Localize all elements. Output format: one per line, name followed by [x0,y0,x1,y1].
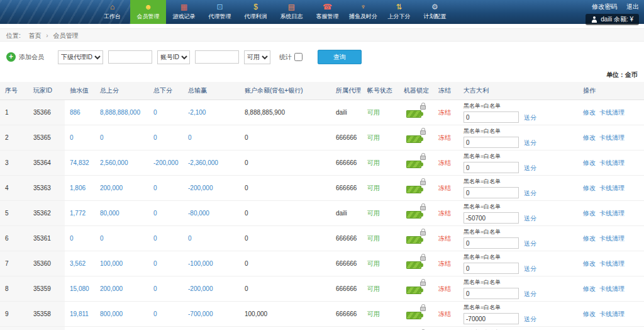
freeze-link[interactable]: 冻结 [438,285,451,292]
account-balance: 0 [240,251,331,276]
points-input[interactable] [464,137,519,148]
edit-link[interactable]: 修改 [583,109,596,116]
unlock-icon [420,130,426,135]
total-points-down: 0 [148,176,183,201]
account-id-input[interactable] [195,50,239,64]
add-member-button[interactable]: + 添加会员 [6,52,44,62]
machine-lock-icon[interactable] [406,261,421,269]
nav-item-members[interactable]: ☻会员管理 [130,0,166,24]
send-points-link[interactable]: 送分 [524,240,536,247]
clear-line-link[interactable]: 卡线清理 [599,109,625,116]
account-filter-select[interactable]: 账号ID [157,50,190,64]
edit-link[interactable]: 修改 [583,310,596,317]
freeze-link[interactable]: 冻结 [438,134,451,141]
nav-item-workbench[interactable]: ⌂工作台 [94,0,130,24]
change-password-link[interactable]: 修改密码 [592,3,617,10]
machine-lock-icon[interactable] [406,110,421,118]
machine-lock-icon[interactable] [406,236,421,244]
agent-name: 666666 [331,151,362,176]
row-index: 4 [0,176,28,201]
total-winloss: -200,000 [183,176,240,201]
agent-id-input[interactable] [108,50,152,64]
actions-cell: 修改卡线清理 [578,327,644,330]
total-winloss: -2,360,000 [183,151,240,176]
player-id: 35363 [28,176,65,201]
nav-item-game-records[interactable]: ▦游戏记录 [166,0,202,24]
points-input[interactable] [464,212,519,224]
clear-line-link[interactable]: 卡线清理 [599,159,625,166]
row-index: 6 [0,226,28,251]
machine-lock-icon[interactable] [406,312,421,319]
machine-lock-icon[interactable] [406,135,421,143]
clear-line-link[interactable]: 卡线清理 [599,134,625,141]
freeze-link[interactable]: 冻结 [438,159,451,166]
account-status: 可用 [362,201,399,226]
clear-line-link[interactable]: 卡线清理 [599,210,625,217]
send-points-link[interactable]: 送分 [524,290,536,297]
status-filter-select[interactable]: 可用 [244,50,270,64]
machine-lock-icon[interactable] [406,186,421,193]
agent-filter-select[interactable]: 下级代理ID [58,50,103,64]
actions-cell: 修改卡线清理 [578,201,644,226]
send-points-link[interactable]: 送分 [524,139,536,146]
unlock-icon [420,105,426,110]
edit-link[interactable]: 修改 [583,159,596,166]
account-balance-badge[interactable]: daili 余额: ¥ [586,14,639,25]
edit-link[interactable]: 修改 [583,285,596,292]
send-points-link[interactable]: 送分 [524,316,536,322]
machine-lock-icon[interactable] [406,211,421,219]
freeze-link[interactable]: 冻结 [438,109,451,116]
row-index: 7 [0,251,28,276]
send-points-link[interactable]: 送分 [524,190,536,196]
edit-link[interactable]: 修改 [583,260,596,267]
search-button[interactable]: 查询 [318,50,362,64]
agent-name: 666666 [331,125,362,151]
table-row: 63536100000666666可用冻结黑名单=白名单送分修改卡线清理 [0,226,644,251]
points-input[interactable] [464,313,519,324]
machine-lock-icon[interactable] [406,161,421,168]
nav-item-points-updown[interactable]: ⇅上分下分 [381,0,417,24]
clear-line-link[interactable]: 卡线清理 [599,260,625,267]
edit-link[interactable]: 修改 [583,185,596,191]
edit-link[interactable]: 修改 [583,235,596,242]
clear-line-link[interactable]: 卡线清理 [599,235,625,242]
points-input[interactable] [464,162,519,173]
send-points-link[interactable]: 送分 [524,215,536,222]
plus-icon: + [6,52,16,62]
send-points-link[interactable]: 送分 [524,265,536,272]
freeze-link[interactable]: 冻结 [438,235,451,242]
column-header: 所属代理 [331,82,362,100]
nav-item-agent-mgmt[interactable]: ⊡代理管理 [202,0,238,24]
edit-link[interactable]: 修改 [583,134,596,141]
breadcrumb-home-link[interactable]: 首页 [29,32,42,39]
points-input[interactable] [464,187,519,198]
nav-item-agent-profit[interactable]: $代理利润 [238,0,274,24]
clear-line-link[interactable]: 卡线清理 [599,285,625,292]
points-input[interactable] [464,288,519,299]
freeze-link[interactable]: 冻结 [438,260,451,267]
points-input[interactable] [464,263,519,274]
send-points-link[interactable]: 送分 [524,164,536,171]
logout-link[interactable]: 退出 [626,3,639,10]
clear-line-link[interactable]: 卡线清理 [599,310,625,317]
table-row: 93535819,811800,0000-700,000100,00066666… [0,302,644,327]
blackwhite-label: 黑名单=白名单 [464,304,578,312]
points-input[interactable] [464,237,519,249]
freeze-link[interactable]: 冻结 [438,210,451,217]
edit-link[interactable]: 修改 [583,210,596,217]
total-winloss: 0 [183,125,240,151]
blackwhite-cell: 黑名单=白名单送分 [458,251,578,276]
nav-item-system-logs[interactable]: ▤系统日志 [274,0,309,24]
freeze-link[interactable]: 冻结 [438,185,451,191]
freeze-link[interactable]: 冻结 [438,310,451,317]
nav-item-plan-config[interactable]: ⚙计划配置 [417,0,453,24]
send-points-link[interactable]: 送分 [524,114,536,121]
machine-lock-icon[interactable] [406,287,421,294]
agent-name: daili [331,327,362,330]
stats-checkbox[interactable] [294,53,303,61]
account-status: 可用 [362,125,399,151]
points-input[interactable] [464,111,519,123]
nav-item-customer-service[interactable]: ☎客服管理 [309,0,345,24]
nav-item-fishing-points[interactable]: ♆捕鱼及时分 [345,0,381,24]
clear-line-link[interactable]: 卡线清理 [599,185,625,191]
